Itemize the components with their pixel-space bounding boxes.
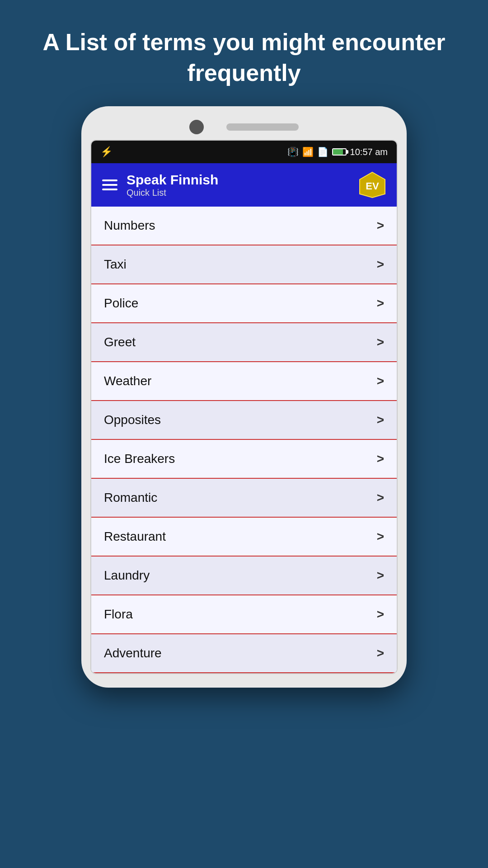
- phone-frame: ⚡ 📳 📶 📄 10:57 am Speak Finnish Quic: [81, 106, 407, 688]
- list-item-laundry[interactable]: Laundry>: [91, 557, 397, 595]
- list-item-label: Police: [104, 296, 138, 311]
- phone-screen: ⚡ 📳 📶 📄 10:57 am Speak Finnish Quic: [90, 140, 398, 674]
- page-background-title: A List of terms you might encounter freq…: [0, 0, 488, 106]
- list-item-label: Opposites: [104, 413, 161, 427]
- vibrate-icon: 📳: [287, 146, 299, 157]
- list-item-label: Romantic: [104, 491, 157, 505]
- phone-top-bar: [90, 120, 398, 134]
- wifi-icon: 📶: [302, 146, 314, 157]
- list-item-label: Laundry: [104, 568, 150, 583]
- list-item-greet[interactable]: Greet>: [91, 323, 397, 362]
- list-item-numbers[interactable]: Numbers>: [91, 207, 397, 245]
- app-logo: EV: [359, 171, 386, 198]
- list-item-label: Adventure: [104, 646, 162, 660]
- quick-list: Numbers>Taxi>Police>Greet>Weather>Opposi…: [91, 207, 397, 673]
- list-item-weather[interactable]: Weather>: [91, 362, 397, 401]
- app-header: Speak Finnish Quick List EV: [91, 163, 397, 207]
- list-item-arrow-icon: >: [377, 335, 384, 349]
- usb-icon: ⚡: [100, 146, 113, 158]
- svg-text:EV: EV: [366, 180, 379, 192]
- list-item-label: Ice Breakers: [104, 452, 175, 466]
- hamburger-menu-button[interactable]: [102, 179, 117, 190]
- list-item-arrow-icon: >: [377, 491, 384, 505]
- list-item-arrow-icon: >: [377, 218, 384, 233]
- status-bar-left: ⚡: [100, 146, 113, 158]
- list-item-police[interactable]: Police>: [91, 284, 397, 323]
- list-item-arrow-icon: >: [377, 568, 384, 583]
- app-title: Speak Finnish: [127, 172, 350, 188]
- list-item-label: Weather: [104, 374, 151, 388]
- phone-speaker: [226, 123, 299, 131]
- status-bar-right: 📳 📶 📄 10:57 am: [287, 146, 388, 157]
- list-item-arrow-icon: >: [377, 529, 384, 544]
- list-item-arrow-icon: >: [377, 296, 384, 311]
- list-item-label: Greet: [104, 335, 136, 349]
- list-item-label: Numbers: [104, 218, 155, 233]
- list-item-label: Flora: [104, 607, 133, 622]
- list-item-arrow-icon: >: [377, 452, 384, 466]
- list-item-romantic[interactable]: Romantic>: [91, 479, 397, 518]
- list-item-opposites[interactable]: Opposites>: [91, 401, 397, 440]
- list-item-taxi[interactable]: Taxi>: [91, 245, 397, 284]
- app-subtitle: Quick List: [127, 188, 350, 198]
- list-item-ice-breakers[interactable]: Ice Breakers>: [91, 440, 397, 479]
- list-item-arrow-icon: >: [377, 257, 384, 272]
- status-bar: ⚡ 📳 📶 📄 10:57 am: [91, 141, 397, 163]
- list-item-arrow-icon: >: [377, 607, 384, 622]
- status-time: 10:57 am: [350, 147, 388, 157]
- header-text-group: Speak Finnish Quick List: [127, 172, 350, 198]
- list-item-arrow-icon: >: [377, 413, 384, 427]
- front-camera: [189, 120, 204, 134]
- list-item-arrow-icon: >: [377, 646, 384, 660]
- battery-icon: [332, 148, 347, 156]
- file-icon: 📄: [317, 146, 328, 157]
- list-item-restaurant[interactable]: Restaurant>: [91, 518, 397, 557]
- list-item-flora[interactable]: Flora>: [91, 595, 397, 634]
- list-item-label: Taxi: [104, 257, 127, 272]
- list-item-label: Restaurant: [104, 529, 166, 544]
- list-item-arrow-icon: >: [377, 374, 384, 388]
- list-item-adventure[interactable]: Adventure>: [91, 634, 397, 673]
